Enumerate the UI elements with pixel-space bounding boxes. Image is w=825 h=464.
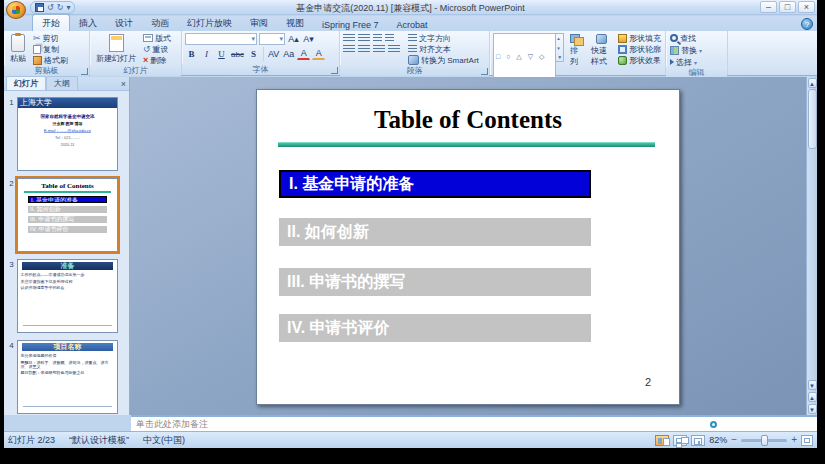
font-size-combo[interactable]: ▾ (259, 33, 285, 45)
toc-item-1[interactable]: I. 基金申请的准备 (279, 170, 591, 198)
align-text-button[interactable]: 对齐文本 (407, 44, 480, 54)
shape-fill-button[interactable]: 形状填充 (617, 33, 662, 43)
numbering-icon[interactable] (358, 34, 370, 43)
find-button[interactable]: 查找 (669, 33, 697, 43)
language-indicator[interactable]: 中文(中国) (143, 434, 185, 447)
decrease-indent-icon[interactable] (373, 34, 382, 43)
scroll-down-icon[interactable]: ▼ (808, 380, 817, 390)
bullets-icon[interactable] (343, 34, 355, 43)
tab-review[interactable]: 审阅 (241, 15, 277, 31)
replace-button[interactable]: 替换▾ (669, 45, 703, 55)
increase-indent-icon[interactable] (385, 34, 394, 43)
align-right-icon[interactable] (373, 45, 385, 54)
copy-button[interactable]: 复制 (32, 44, 69, 54)
justify-icon[interactable] (388, 45, 400, 54)
cut-button[interactable]: ✂剪切 (32, 33, 69, 43)
italic-button[interactable]: I (200, 48, 213, 60)
tab-slideshow[interactable]: 幻灯片放映 (178, 15, 241, 31)
underline-button[interactable]: U (215, 48, 228, 60)
close-panel-icon[interactable]: × (121, 79, 126, 89)
slide-thumbnail-2[interactable]: 2 Table of Contents I. 基金申请的准备 II. 如何创新 … (6, 178, 125, 252)
toc-item-3[interactable]: III. 申请书的撰写 (279, 268, 591, 296)
fit-to-window-icon[interactable] (801, 435, 813, 446)
notes-pane[interactable]: 单击此处添加备注 (131, 415, 817, 431)
align-left-icon[interactable] (343, 45, 355, 54)
outline-icon (618, 45, 627, 54)
align-center-icon[interactable] (358, 45, 370, 54)
convert-smartart-button[interactable]: 转换为 SmartArt (407, 55, 480, 65)
reset-button[interactable]: ↺重设 (142, 44, 172, 54)
change-case-button[interactable]: Aa (282, 48, 295, 60)
slideshow-view-icon[interactable] (691, 435, 705, 446)
text-shadow-button[interactable]: S (247, 48, 260, 60)
dialog-launcher-icon[interactable] (331, 67, 338, 74)
thumb2-title: Table of Contents (18, 182, 117, 190)
group-label-clipboard: 剪贴板 (35, 66, 59, 75)
slide-title[interactable]: Table of Contents (257, 106, 679, 134)
maximize-button[interactable]: □ (779, 1, 796, 13)
dialog-launcher-icon[interactable] (481, 68, 488, 75)
font-color-button[interactable]: A (312, 48, 325, 60)
office-button-icon[interactable] (6, 1, 26, 19)
thumb1-email: E-mail：……@shu.edu.cn (18, 128, 117, 134)
shapes-scroll-up-icon[interactable]: ▴ (557, 35, 562, 41)
tab-home[interactable]: 开始 (32, 14, 70, 31)
quick-styles-button[interactable]: 快速样式 (588, 33, 614, 68)
arrange-button[interactable]: 排列 (567, 33, 585, 68)
delete-button[interactable]: ×删除 (142, 55, 172, 65)
chevron-down-icon: ▾ (699, 47, 702, 54)
tab-design[interactable]: 设计 (106, 15, 142, 31)
tab-insert[interactable]: 插入 (70, 15, 106, 31)
zoom-slider-thumb[interactable] (761, 435, 768, 446)
slide-editing-area[interactable]: Table of Contents I. 基金申请的准备 II. 如何创新 II… (130, 77, 817, 415)
tab-ispring[interactable]: iSpring Free 7 (313, 18, 388, 31)
grow-font-button[interactable]: A▴ (287, 33, 300, 45)
paste-button[interactable]: 粘贴 (7, 33, 29, 65)
shapes-row[interactable]: □ ○ △ ▽ ◇ (496, 52, 553, 61)
character-spacing-button[interactable]: AV (267, 48, 280, 60)
tab-view[interactable]: 视图 (277, 15, 313, 31)
scroll-up-icon[interactable]: ▲ (808, 78, 817, 88)
shape-outline-button[interactable]: 形状轮廓 (617, 44, 662, 54)
tab-animations[interactable]: 动画 (142, 15, 178, 31)
layout-button[interactable]: 版式 (142, 33, 172, 43)
select-button[interactable]: 选择▾ (669, 57, 698, 67)
scrollbar-thumb[interactable] (808, 89, 817, 149)
minimize-button[interactable]: – (760, 1, 777, 13)
format-painter-button[interactable]: 格式刷 (32, 55, 69, 65)
highlight-color-button[interactable]: A (297, 48, 310, 60)
slide-thumbnail-1[interactable]: 1 上海大学 国家自然科学基金申请交流 汪永辉 教授 博导 E-mail：……@… (6, 97, 125, 171)
text-direction-button[interactable]: 文字方向 (407, 33, 480, 43)
close-button[interactable]: × (798, 1, 815, 13)
dialog-launcher-icon[interactable] (81, 68, 88, 75)
shape-effects-button[interactable]: 形状效果 (617, 55, 662, 65)
next-slide-icon[interactable]: ▼ (808, 404, 817, 414)
strikethrough-button[interactable]: abc (230, 48, 245, 60)
scissors-icon: ✂ (33, 33, 41, 43)
slide-thumbnail-4[interactable]: 4 项目名称 充分体现选题的价值 要醒目：讲科学、讲新颖、讲前沿，讲重点、讲方法… (6, 340, 125, 414)
zoom-in-icon[interactable]: + (791, 435, 797, 445)
zoom-slider[interactable] (741, 439, 787, 442)
text-direction-icon (408, 34, 417, 43)
toc-item-2[interactable]: II. 如何创新 (279, 218, 591, 246)
zoom-out-icon[interactable]: − (731, 435, 737, 445)
vertical-scrollbar[interactable]: ▲ ▼ ▲ ▼ (806, 77, 817, 415)
bold-button[interactable]: B (185, 48, 198, 60)
design-template-name: “默认设计模板” (69, 434, 129, 447)
tab-outline[interactable]: 大纲 (46, 76, 78, 90)
shrink-font-button[interactable]: A▾ (302, 33, 315, 45)
font-name-combo[interactable]: ▾ (185, 33, 257, 45)
shapes-more-icon[interactable]: ▼ (557, 54, 562, 60)
slide-sorter-view-icon[interactable] (673, 435, 687, 446)
shapes-scroll-down-icon[interactable]: ▾ (557, 45, 562, 51)
current-slide[interactable]: Table of Contents I. 基金申请的准备 II. 如何创新 II… (256, 89, 680, 405)
previous-slide-icon[interactable]: ▲ (808, 392, 817, 402)
new-slide-button[interactable]: 新建幻灯片 (93, 33, 139, 65)
tab-acrobat[interactable]: Acrobat (388, 18, 437, 31)
normal-view-icon[interactable] (655, 435, 669, 446)
slide-thumbnail-3[interactable]: 3 准备 工作的起点——申请成功迈出第一步 关注申请指南下达及受理过程 认识并增… (6, 259, 125, 333)
tab-slides-thumbnails[interactable]: 幻灯片 (6, 76, 46, 90)
toc-item-4[interactable]: IV. 申请书评价 (279, 314, 591, 342)
help-icon[interactable]: ? (801, 18, 813, 30)
reset-icon: ↺ (143, 44, 151, 54)
